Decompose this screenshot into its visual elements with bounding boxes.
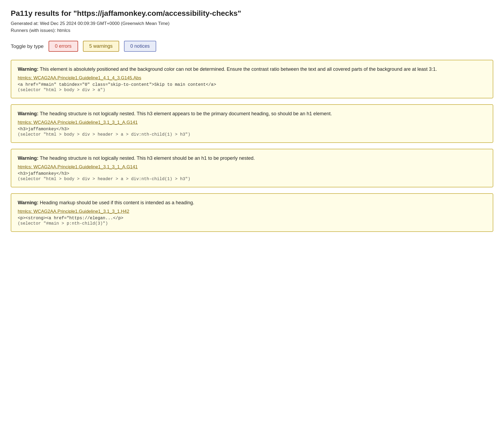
toggle-row: Toggle by type 0 errors 5 warnings 0 not…	[11, 41, 493, 52]
issues-container: Warning: This element is absolutely posi…	[11, 60, 493, 232]
toggle-notices-button[interactable]: 0 notices	[124, 41, 156, 52]
issue-card: Warning: The heading structure is not lo…	[11, 104, 493, 143]
issue-code: <h3>jaffamonkey</h3>	[18, 171, 486, 176]
issue-code: <p><strong><a href="https://elegan...</p…	[18, 216, 486, 221]
issue-card: Warning: This element is absolutely posi…	[11, 60, 493, 98]
issue-link[interactable]: htmlcs: WCAG2AA.Principle1.Guideline1_3.…	[18, 209, 486, 214]
issue-link[interactable]: htmlcs: WCAG2AA.Principle1.Guideline1_3.…	[18, 120, 486, 125]
issue-message: Warning: Heading markup should be used i…	[18, 199, 486, 207]
issue-message: Warning: This element is absolutely posi…	[18, 66, 486, 73]
issue-selector: (selector "html > body > div > a")	[18, 88, 486, 92]
issue-message: Warning: The heading structure is not lo…	[18, 110, 486, 118]
generated-at: Generated at: Wed Dec 25 2024 00:09:39 G…	[11, 21, 493, 26]
page-title: Pa11y results for "https://jaffamonkey.c…	[11, 9, 493, 18]
issue-selector: (selector "html > body > div > header > …	[18, 132, 486, 137]
issue-link[interactable]: htmlcs: WCAG2AA.Principle1.Guideline1_3.…	[18, 164, 486, 170]
issue-card: Warning: Heading markup should be used i…	[11, 193, 493, 232]
issue-selector: (selector "#main > p:nth-child(3)")	[18, 221, 486, 226]
toggle-label: Toggle by type	[11, 43, 44, 49]
toggle-warnings-button[interactable]: 5 warnings	[83, 41, 119, 52]
issue-selector: (selector "html > body > div > header > …	[18, 177, 486, 181]
issue-link[interactable]: htmlcs: WCAG2AA.Principle1.Guideline1_4.…	[18, 75, 486, 81]
issue-code: <h3>jaffamonkey</h3>	[18, 127, 486, 132]
issue-message: Warning: The heading structure is not lo…	[18, 155, 486, 162]
issue-code: <a href="#main" tabindex="0" class="skip…	[18, 82, 486, 87]
runners: Runners (with issues): htmlcs	[11, 28, 493, 33]
issue-card: Warning: The heading structure is not lo…	[11, 149, 493, 187]
toggle-errors-button[interactable]: 0 errors	[49, 41, 78, 52]
